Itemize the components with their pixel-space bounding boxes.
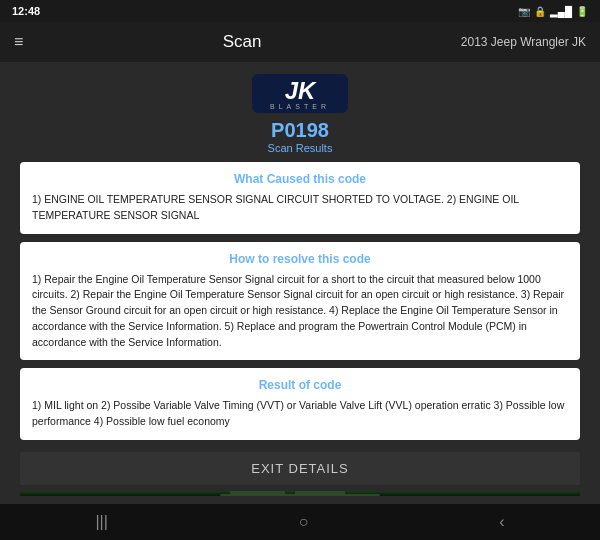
jeep-image [20, 491, 580, 496]
resolve-title: How to resolve this code [32, 252, 568, 266]
nav-bar: ||| ○ ‹ [0, 504, 600, 540]
result-card: Result of code 1) MIL light on 2) Possib… [20, 368, 580, 440]
blaster-text: BLASTER [270, 103, 330, 110]
battery-icon: 🔋 [576, 6, 588, 17]
lock-icon: 🔒 [534, 6, 546, 17]
jk-logo: JK BLASTER [252, 74, 348, 113]
status-time: 12:48 [12, 5, 40, 17]
app-bar: ≡ Scan 2013 Jeep Wrangler JK [0, 22, 600, 62]
code-display: P0198 [271, 119, 329, 142]
menu-icon[interactable]: ≡ [14, 33, 23, 51]
resolve-body: 1) Repair the Engine Oil Temperature Sen… [32, 272, 568, 351]
cause-title: What Caused this code [32, 172, 568, 186]
vehicle-label: 2013 Jeep Wrangler JK [461, 35, 586, 49]
jk-text: JK [285, 79, 316, 103]
page-title: Scan [223, 32, 262, 52]
resolve-card: How to resolve this code 1) Repair the E… [20, 242, 580, 361]
nav-home-button[interactable]: ○ [279, 507, 329, 537]
cause-body: 1) ENGINE OIL TEMPERATURE SENSOR SIGNAL … [32, 192, 568, 224]
signal-icon: ▂▄█ [550, 6, 572, 17]
camera-icon: 📷 [518, 6, 530, 17]
main-content: JK BLASTER P0198 Scan Results What Cause… [0, 62, 600, 504]
result-title: Result of code [32, 378, 568, 392]
nav-recents-button[interactable]: ||| [75, 507, 127, 537]
status-bar: 12:48 📷 🔒 ▂▄█ 🔋 [0, 0, 600, 22]
nav-back-button[interactable]: ‹ [479, 507, 524, 537]
exit-details-button[interactable]: EXIT DETAILS [20, 452, 580, 485]
scan-results-label: Scan Results [268, 142, 333, 154]
result-body: 1) MIL light on 2) Possibe Variable Valv… [32, 398, 568, 430]
logo-area: JK BLASTER [252, 74, 348, 115]
jeep-silhouette [200, 491, 400, 496]
cause-card: What Caused this code 1) ENGINE OIL TEMP… [20, 162, 580, 234]
status-icons: 📷 🔒 ▂▄█ 🔋 [518, 6, 588, 17]
svg-rect-1 [230, 491, 285, 496]
svg-rect-2 [295, 491, 345, 496]
